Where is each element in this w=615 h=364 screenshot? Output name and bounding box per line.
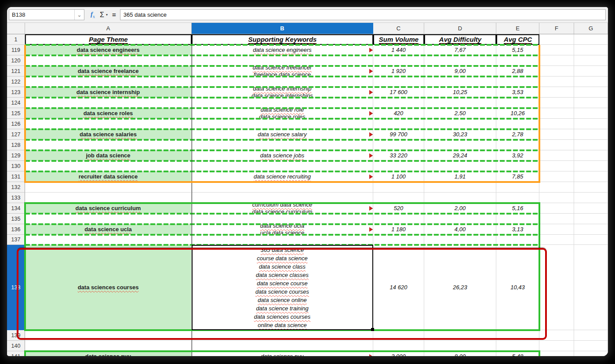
cell-b136[interactable]: data science uclaucla data science	[192, 224, 373, 235]
formula-input[interactable]: 365 data science	[120, 9, 606, 20]
cell-b133[interactable]	[192, 193, 373, 203]
cell-avg-cpc-value-139[interactable]	[496, 330, 539, 341]
cell-avg-cpc-value-141[interactable]: 5,48	[496, 351, 539, 356]
row-header-136[interactable]: 136	[7, 224, 25, 235]
cell-avg-cpc-value-125[interactable]: 10,26	[496, 108, 539, 119]
cell-avg-cpc-value-134[interactable]: 5,16	[496, 203, 539, 214]
cell-b120[interactable]	[192, 55, 373, 66]
cell-b135[interactable]	[192, 214, 373, 224]
cell-empty-g138[interactable]	[574, 245, 608, 330]
cell-a136[interactable]: data science ucla	[25, 224, 192, 235]
cell-avg-cpc-value-132[interactable]	[496, 182, 539, 193]
cell-avg-cpc-value-121[interactable]: 2,88	[496, 66, 539, 76]
cell-sum-volume-value-126[interactable]	[373, 119, 424, 129]
cell-empty-g122[interactable]	[574, 76, 608, 87]
column-header-f[interactable]: F	[539, 23, 574, 34]
cell-avg-difficulty-value-141[interactable]: 8,00	[424, 351, 496, 356]
cell-sum-volume-value-135[interactable]	[373, 214, 424, 224]
cell-avg-difficulty-value-126[interactable]	[424, 119, 496, 129]
cell-avg-difficulty-value-132[interactable]	[424, 182, 496, 193]
chevron-down-icon[interactable]: ⌄	[74, 10, 84, 20]
cell-empty-f132[interactable]	[539, 182, 574, 193]
cell-avg-difficulty-value-133[interactable]	[424, 193, 496, 203]
cell-empty-g128[interactable]	[574, 140, 608, 150]
cell-empty-f134[interactable]	[539, 203, 574, 214]
row-header-1[interactable]: 1	[7, 34, 25, 45]
cell-avg-difficulty-value-140[interactable]	[424, 341, 496, 351]
cell-empty-f139[interactable]	[539, 330, 574, 341]
cell-avg-cpc-value-133[interactable]	[496, 193, 539, 203]
cell-b125[interactable]: data science roledata science roles	[192, 108, 373, 119]
cell-b134[interactable]: curriculum data sciencedata science curr…	[192, 203, 373, 214]
cell-avg-difficulty-value-135[interactable]	[424, 214, 496, 224]
cell-sum-volume-value-137[interactable]	[373, 235, 424, 245]
cell-avg-cpc-value-138[interactable]: 10,43	[496, 245, 539, 330]
cell-avg-difficulty-value-125[interactable]: 2,50	[424, 108, 496, 119]
cell-empty-f133[interactable]	[539, 193, 574, 203]
cell-b121[interactable]: data science freelancerfreelance data sc…	[192, 66, 373, 76]
cell-sum-volume-value-122[interactable]	[373, 76, 424, 87]
cell-b140[interactable]	[192, 341, 373, 351]
cell-empty-f121[interactable]	[539, 66, 574, 76]
cell-b137[interactable]	[192, 235, 373, 245]
cell-sum-volume-value-123[interactable]: 17 600	[373, 87, 424, 98]
cell-empty-f141[interactable]	[539, 351, 574, 356]
cell-empty-f135[interactable]	[539, 214, 574, 224]
cell-empty-g139[interactable]	[574, 330, 608, 341]
cell-avg-cpc-value-128[interactable]	[496, 140, 539, 150]
row-header-128[interactable]: 128	[7, 140, 25, 150]
cell-empty-g133[interactable]	[574, 193, 608, 203]
cell-a132[interactable]	[25, 182, 192, 193]
header-cell-empty-f[interactable]	[539, 34, 574, 45]
cell-a120[interactable]	[25, 55, 192, 66]
cell-sum-volume-value-140[interactable]	[373, 341, 424, 351]
cell-a128[interactable]	[25, 140, 192, 150]
row-header-130[interactable]: 130	[7, 161, 25, 171]
cell-a126[interactable]	[25, 119, 192, 129]
cell-avg-difficulty-value-136[interactable]: 4,00	[424, 224, 496, 235]
cell-avg-cpc-value-140[interactable]	[496, 341, 539, 351]
cell-a122[interactable]	[25, 76, 192, 87]
cell-sum-volume-value-119[interactable]: 1 440	[373, 45, 424, 55]
cell-avg-difficulty-value-130[interactable]	[424, 161, 496, 171]
cell-avg-difficulty-value-137[interactable]	[424, 235, 496, 245]
cell-empty-g125[interactable]	[574, 108, 608, 119]
column-header-a[interactable]: A	[25, 23, 192, 34]
cell-a134[interactable]: data science curriculum	[25, 203, 192, 214]
row-header-133[interactable]: 133	[7, 193, 25, 203]
cell-a129[interactable]: job data science	[25, 150, 192, 161]
cell-b119[interactable]: data science engineers	[192, 45, 373, 55]
cell-empty-g126[interactable]	[574, 119, 608, 129]
row-header-125[interactable]: 125	[7, 108, 25, 119]
cell-sum-volume-value-127[interactable]: 99 700	[373, 129, 424, 140]
cell-b127[interactable]: data science salary	[192, 129, 373, 140]
cell-empty-f140[interactable]	[539, 341, 574, 351]
cell-empty-g137[interactable]	[574, 235, 608, 245]
cell-sum-volume-value-139[interactable]	[373, 330, 424, 341]
cell-a124[interactable]	[25, 98, 192, 108]
row-header-132[interactable]: 132	[7, 182, 25, 193]
cell-avg-difficulty-value-123[interactable]: 10,25	[424, 87, 496, 98]
cell-a138[interactable]: data sciences courses	[25, 245, 192, 330]
cell-avg-difficulty-value-138[interactable]: 26,23	[424, 245, 496, 330]
cell-b129[interactable]: data science jobs	[192, 150, 373, 161]
cell-empty-g129[interactable]	[574, 150, 608, 161]
cell-empty-g141[interactable]	[574, 351, 608, 356]
row-header-134[interactable]: 134	[7, 203, 25, 214]
cell-empty-f119[interactable]	[539, 45, 574, 55]
cell-a133[interactable]	[25, 193, 192, 203]
cell-a127[interactable]: data science salaries	[25, 129, 192, 140]
cell-avg-cpc-value-130[interactable]	[496, 161, 539, 171]
cell-empty-g136[interactable]	[574, 224, 608, 235]
cell-empty-f125[interactable]	[539, 108, 574, 119]
cell-a131[interactable]: recruiter data science	[25, 171, 192, 182]
cell-empty-g121[interactable]	[574, 66, 608, 76]
cell-avg-cpc-value-119[interactable]: 5,15	[496, 45, 539, 55]
cell-avg-difficulty-value-139[interactable]	[424, 330, 496, 341]
row-header-141[interactable]: 141	[7, 351, 25, 356]
cell-a125[interactable]: data science roles	[25, 108, 192, 119]
cell-empty-f138[interactable]	[539, 245, 574, 330]
cell-empty-f127[interactable]	[539, 129, 574, 140]
cell-avg-cpc-value-120[interactable]	[496, 55, 539, 66]
cell-avg-cpc-value-123[interactable]: 3,53	[496, 87, 539, 98]
